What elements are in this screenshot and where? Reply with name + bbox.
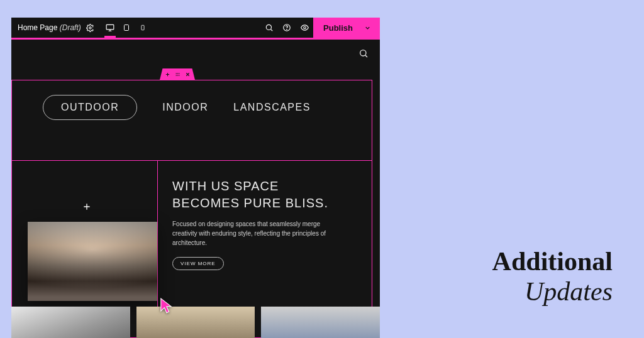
nav-tab-landscapes[interactable]: LANDSCAPES: [233, 95, 311, 119]
preview-button[interactable]: [296, 18, 313, 38]
svg-point-4: [266, 25, 271, 30]
device-tablet-button[interactable]: [119, 18, 133, 38]
publish-label: Publish: [323, 23, 353, 33]
headline-line2: BECOMES PURE BLISS.: [172, 196, 328, 210]
draft-label: (Draft): [60, 23, 81, 32]
svg-point-10: [177, 73, 178, 74]
nav-tab-outdoor[interactable]: OUTDOOR: [43, 95, 137, 120]
publish-button[interactable]: Publish: [313, 18, 380, 38]
svg-rect-3: [142, 25, 144, 30]
gallery-strip: [11, 307, 380, 338]
gallery-image[interactable]: [11, 307, 130, 338]
svg-point-12: [175, 75, 177, 76]
floating-image-tile[interactable]: [28, 222, 157, 301]
svg-point-7: [303, 26, 306, 29]
promo-line1: Additional: [492, 246, 613, 276]
svg-rect-2: [124, 25, 128, 31]
page-title: Home Page (Draft): [18, 23, 81, 32]
page-name: Home Page: [18, 23, 57, 32]
chevron-down-icon: [364, 25, 371, 31]
block-handle[interactable]: [160, 68, 195, 80]
drag-icon: [174, 72, 181, 77]
add-content-button[interactable]: [82, 202, 92, 212]
gallery-image[interactable]: [261, 307, 380, 338]
device-mobile-button[interactable]: [136, 18, 150, 38]
search-button[interactable]: [260, 18, 278, 38]
body-text[interactable]: Focused on designing spaces that seamles…: [172, 219, 336, 248]
close-icon: [185, 72, 191, 77]
svg-point-6: [287, 30, 287, 30]
svg-point-11: [179, 73, 180, 74]
editor-toolbar: Home Page (Draft): [11, 18, 380, 38]
headline[interactable]: WITH US SPACE BECOMES PURE BLISS.: [172, 178, 361, 212]
editor-canvas[interactable]: OUTDOOR INDOOR LANDSCAPES WITH US SPACE …: [11, 40, 380, 338]
svg-point-8: [360, 50, 366, 56]
svg-rect-1: [106, 25, 114, 30]
copy-block: WITH US SPACE BECOMES PURE BLISS. Focuse…: [172, 178, 361, 270]
section-h-divider: [11, 160, 372, 161]
svg-point-0: [89, 26, 91, 28]
settings-button[interactable]: [86, 24, 94, 32]
svg-point-13: [177, 75, 178, 76]
headline-line1: WITH US SPACE: [172, 179, 279, 193]
device-desktop-button[interactable]: [103, 18, 117, 38]
promo-headline: Additional Updates: [492, 246, 613, 307]
editor-window: Home Page (Draft): [11, 18, 380, 338]
plus-icon: [165, 72, 170, 77]
canvas-search-icon[interactable]: [358, 48, 369, 58]
gallery-image[interactable]: [136, 307, 255, 338]
svg-point-9: [175, 73, 177, 74]
nav-tabs: OUTDOOR INDOOR LANDSCAPES: [11, 95, 380, 120]
nav-tab-indoor[interactable]: INDOOR: [162, 95, 208, 119]
promo-line2: Updates: [492, 276, 613, 307]
svg-point-14: [179, 75, 180, 76]
view-more-button[interactable]: VIEW MORE: [172, 257, 224, 270]
device-toggles: [103, 18, 150, 38]
help-button[interactable]: [278, 18, 296, 38]
